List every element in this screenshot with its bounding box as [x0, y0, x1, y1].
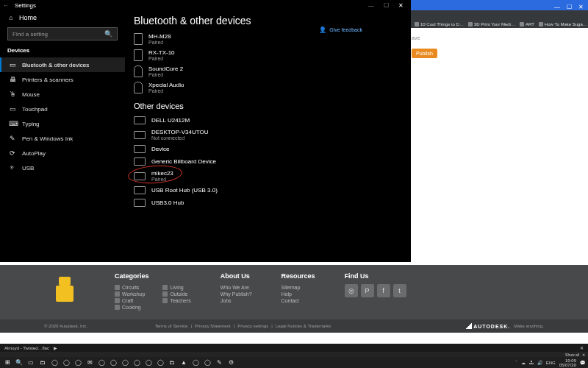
- window-maximize-icon[interactable]: ☐: [567, 4, 572, 10]
- window-maximize-icon[interactable]: ☐: [379, 2, 393, 9]
- showall-button[interactable]: Show all: [565, 353, 579, 357]
- search-input[interactable]: Find a setting 🔍: [7, 27, 118, 40]
- nav-icon: ▭: [9, 105, 16, 113]
- bookmark-item[interactable]: 3D Print Your Medi…: [468, 22, 515, 26]
- explorer-icon[interactable]: 🗀: [38, 358, 47, 367]
- task-view-icon[interactable]: ▭: [26, 358, 35, 367]
- home-button[interactable]: ⌂ Home: [0, 10, 125, 25]
- sidebar-item[interactable]: 🖶Printers & scanners: [0, 72, 125, 87]
- footer-link[interactable]: Who We Are: [220, 284, 252, 291]
- device-name: mikec23: [151, 170, 173, 177]
- nav-icon: ✎: [9, 135, 16, 142]
- taskbar-app-icon[interactable]: ◯: [132, 358, 141, 367]
- taskbar-app-icon[interactable]: ▲: [179, 358, 188, 367]
- footer-link[interactable]: Craft: [115, 297, 145, 304]
- bookmark-item[interactable]: ART: [520, 22, 534, 26]
- legal-link[interactable]: Terms of Service: [155, 324, 188, 328]
- save-button[interactable]: ave: [412, 35, 420, 40]
- sidebar-item[interactable]: ⟳AutoPlay: [0, 146, 125, 160]
- sidebar-item[interactable]: ▭Bluetooth & other devices: [0, 57, 125, 72]
- sidebar-item[interactable]: ✎Pen & Windows Ink: [0, 131, 125, 146]
- feedback-link[interactable]: 👤 Give feedback: [319, 26, 362, 33]
- close-icon[interactable]: ✕: [582, 353, 585, 357]
- footer-link[interactable]: Circuits: [115, 284, 145, 291]
- bookmark-item[interactable]: 10 Cool Things to D…: [415, 22, 464, 26]
- device-item[interactable]: USB3.0 Hub: [134, 197, 402, 209]
- clock-date[interactable]: 05/07/20: [559, 363, 576, 367]
- window-minimize-icon[interactable]: —: [364, 2, 379, 9]
- taskbar-app-icon[interactable]: ◯: [121, 358, 129, 367]
- footer-link[interactable]: Teachers: [162, 297, 190, 304]
- footer-link[interactable]: Living: [162, 284, 190, 291]
- taskbar-app-icon[interactable]: ◯: [97, 358, 106, 367]
- legal-link[interactable]: Legal Notices & Trademarks: [276, 324, 331, 328]
- taskbar-app-icon[interactable]: ✉: [85, 358, 94, 367]
- bookmark-label: 10 Cool Things to D…: [420, 22, 464, 26]
- device-item[interactable]: mikec23Paired: [134, 168, 402, 184]
- sidebar-item[interactable]: ▭Touchpad: [0, 102, 125, 116]
- volume-icon[interactable]: 🔊: [537, 360, 542, 365]
- start-button[interactable]: ⊞: [3, 358, 12, 367]
- taskbar-app-icon[interactable]: ◯: [50, 358, 59, 367]
- music-player-bar[interactable]: Almoyd - Twisted…flac ▶ ✕: [0, 344, 588, 352]
- window-close-icon[interactable]: ✕: [393, 2, 408, 9]
- taskbar-app-icon[interactable]: ◯: [203, 358, 212, 367]
- nav-icon: 🖶: [9, 76, 16, 83]
- bookmark-label: 3D Print Your Medi…: [474, 22, 515, 26]
- language-indicator[interactable]: ENG: [546, 361, 556, 365]
- twitter-icon[interactable]: t: [393, 284, 406, 297]
- device-item[interactable]: Xpecial AudioPaired: [134, 79, 402, 96]
- search-icon[interactable]: 🔍: [15, 358, 24, 367]
- settings-icon[interactable]: ⚙: [226, 358, 235, 367]
- device-item[interactable]: USB Root Hub (USB 3.0): [134, 184, 402, 197]
- device-item[interactable]: Generic Billboard Device: [134, 155, 402, 168]
- taskbar-app-icon[interactable]: ◯: [191, 358, 200, 367]
- footer-link[interactable]: Sitemap: [282, 284, 315, 291]
- window-minimize-icon[interactable]: —: [554, 4, 560, 10]
- device-item[interactable]: DELL U2412M: [134, 114, 402, 127]
- device-item[interactable]: Device: [134, 143, 402, 155]
- device-status: Paired: [148, 88, 184, 93]
- settings-titlebar[interactable]: ← Settings — ☐ ✕: [0, 0, 411, 10]
- notifications-icon[interactable]: 💬: [580, 360, 585, 365]
- footer-link[interactable]: Workshop: [115, 291, 145, 297]
- device-icon: [134, 145, 146, 153]
- network-icon[interactable]: 🖧: [529, 361, 534, 365]
- taskbar-app-icon[interactable]: 🗀: [168, 358, 176, 367]
- device-item[interactable]: DESKTOP-V34UTOUNot connected: [134, 127, 402, 143]
- sidebar-item[interactable]: ᯤUSB: [0, 160, 125, 175]
- footer-link[interactable]: Cooking: [115, 304, 145, 311]
- taskbar-app-icon[interactable]: ◯: [62, 358, 71, 367]
- footer-link[interactable]: Help: [282, 291, 315, 297]
- device-status: Paired: [148, 40, 171, 45]
- footer-link[interactable]: Contact: [282, 297, 315, 304]
- sidebar-item[interactable]: 🖱Mouse: [0, 87, 125, 102]
- legal-link[interactable]: Privacy settings: [237, 324, 268, 328]
- footer-link[interactable]: Jobs: [220, 297, 252, 304]
- tagline: Make anything.: [514, 324, 544, 328]
- device-status: Not connected: [151, 135, 209, 141]
- device-item[interactable]: RX-TX-10Paired: [134, 47, 402, 63]
- footer-link[interactable]: Outside: [162, 291, 190, 297]
- taskbar-app-icon[interactable]: ◯: [156, 358, 165, 367]
- facebook-icon[interactable]: f: [377, 284, 390, 297]
- sidebar-item[interactable]: ⌨Typing: [0, 116, 125, 131]
- device-item[interactable]: MH-M28Paired: [134, 31, 402, 47]
- tray-overflow-icon[interactable]: ˄: [515, 360, 517, 365]
- footer-link[interactable]: Why Publish?: [220, 291, 252, 297]
- taskbar-app-icon[interactable]: ✎: [215, 358, 223, 367]
- close-icon[interactable]: ✕: [580, 345, 584, 350]
- window-close-icon[interactable]: ✕: [578, 4, 584, 10]
- taskbar-app-icon[interactable]: ◯: [74, 358, 82, 367]
- instagram-icon[interactable]: ◎: [345, 284, 358, 297]
- publish-button[interactable]: Publish: [412, 49, 437, 58]
- bookmark-item[interactable]: How To Make Suga…: [539, 22, 587, 26]
- legal-link[interactable]: Privacy Statement: [195, 324, 231, 328]
- device-item[interactable]: SoundCore 2Paired: [134, 63, 402, 79]
- back-icon[interactable]: ←: [3, 2, 9, 9]
- onedrive-icon[interactable]: ☁: [521, 360, 526, 365]
- taskbar-app-icon[interactable]: ◯: [109, 358, 118, 367]
- pinterest-icon[interactable]: P: [361, 284, 374, 297]
- play-icon[interactable]: ▶: [54, 345, 57, 350]
- taskbar-app-icon[interactable]: ◯: [144, 358, 153, 367]
